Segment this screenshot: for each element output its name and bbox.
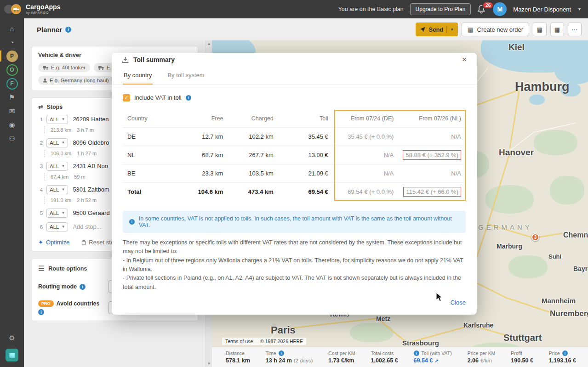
route-stats-bar: Distance 578.1 km Time 13 h 24 m(2 days)… bbox=[212, 347, 588, 367]
copy-document-button[interactable]: ▤ bbox=[533, 23, 547, 36]
cargoapps-logo-icon bbox=[4, 3, 23, 16]
close-button[interactable]: Close bbox=[451, 299, 466, 306]
stop-mode-select[interactable]: ALL▼ bbox=[46, 222, 68, 231]
map-attribution: Terms of use © 1987-2026 HERE bbox=[222, 338, 306, 345]
map-city-label: Chemnitz bbox=[563, 231, 588, 239]
highlighted-value: 58.88 € (+ 352.9 %) bbox=[403, 150, 461, 160]
apps-grid-button[interactable]: ▦ bbox=[6, 349, 18, 361]
pro-badge: PRO bbox=[38, 300, 54, 307]
planner-info-icon[interactable] bbox=[65, 27, 71, 33]
vehicle-driver-title: Vehicle & driver bbox=[38, 52, 81, 58]
map-marker-3[interactable]: 3 bbox=[531, 233, 539, 241]
routing-mode-label: Routing mode bbox=[38, 283, 77, 290]
col-toll: Toll bbox=[278, 110, 333, 128]
camera-icon[interactable]: ◉ bbox=[9, 121, 15, 129]
col-charged: Charged bbox=[228, 110, 278, 128]
create-order-label: Create new order bbox=[477, 26, 523, 33]
copyright-text: © 1987-2026 HERE bbox=[260, 339, 303, 344]
modal-title: Toll summary bbox=[133, 56, 175, 63]
dashboard-icon[interactable]: ◔ bbox=[10, 39, 14, 46]
stop-mode-select[interactable]: ALL▼ bbox=[46, 185, 68, 194]
notifications-button[interactable]: 26 bbox=[477, 5, 486, 14]
vat-info-icon[interactable] bbox=[186, 95, 191, 101]
vehicle-tag[interactable]: E.g. 40t tanker bbox=[38, 63, 90, 72]
stat-time: Time 13 h 24 m(2 days) bbox=[266, 350, 313, 364]
home-icon[interactable]: ⌂ bbox=[10, 25, 14, 33]
stop-mode-select[interactable]: ALL▼ bbox=[46, 209, 68, 218]
workspace-item-f[interactable]: F bbox=[0, 77, 24, 90]
truck-icon bbox=[43, 66, 49, 70]
driver-tag[interactable]: E.g. Germany (long haul) bbox=[38, 76, 113, 85]
chat-icon[interactable]: ✉ bbox=[9, 107, 15, 115]
close-icon[interactable]: × bbox=[462, 55, 467, 64]
map-city-label: Karlsruhe bbox=[463, 322, 493, 329]
include-vat-checkbox[interactable] bbox=[123, 94, 130, 102]
route-options-title: Route options bbox=[48, 265, 87, 272]
map-city-label: Nuremberg bbox=[550, 309, 588, 318]
stop-number: 5 bbox=[38, 210, 43, 216]
workspace-avatar-p: P bbox=[6, 51, 18, 62]
driver-icon bbox=[43, 78, 47, 83]
user-avatar[interactable]: M bbox=[493, 2, 507, 16]
send-button[interactable]: Send ▼ bbox=[416, 23, 458, 36]
scroll-up-icon[interactable]: ▲ bbox=[207, 42, 211, 46]
toll-info-icon[interactable] bbox=[414, 350, 419, 356]
optimize-icon: ✦ bbox=[38, 239, 43, 246]
table-row-be: BE 23.3 km 103.5 km 21.09 € N/A N/A bbox=[123, 164, 466, 182]
highlighted-value: 115.42 € (+ 66.0 %) bbox=[403, 187, 461, 197]
stat-total-costs: Total costs 1,002.65 € bbox=[371, 350, 398, 364]
settings-gear-icon[interactable]: ⚙ bbox=[9, 334, 15, 342]
col-from-0724-de: From 07/24 (DE) bbox=[333, 110, 399, 128]
brand-subtitle: by IMPARGO bbox=[26, 11, 60, 15]
app-logo: CargoApps by IMPARGO bbox=[4, 3, 60, 16]
map-city-label: Marburg bbox=[497, 243, 522, 250]
bookmark-icon[interactable]: ⚑ bbox=[9, 93, 15, 102]
avoid-countries-info-icon[interactable] bbox=[38, 309, 44, 315]
stat-price-per-km: Price per KM 2.06€/km bbox=[468, 350, 496, 364]
contacts-icon[interactable]: ⚇ bbox=[9, 135, 15, 143]
tab-by-toll-system[interactable]: By toll system bbox=[166, 67, 205, 85]
scroll-down-icon[interactable]: ▼ bbox=[207, 361, 211, 366]
user-name: Mazen Der Disponent bbox=[513, 6, 571, 13]
toll-value-link[interactable]: 69.54 €↗ bbox=[414, 357, 452, 364]
expand-icon: ↗ bbox=[434, 358, 438, 363]
workspace-item-o[interactable]: O bbox=[0, 63, 24, 76]
time-info-icon[interactable] bbox=[279, 350, 284, 356]
send-dropdown-chevron-icon[interactable]: ▼ bbox=[450, 28, 454, 32]
map-city-label: Strasbourg bbox=[402, 339, 439, 347]
download-icon[interactable] bbox=[122, 56, 129, 63]
paper-plane-icon bbox=[420, 27, 426, 32]
terms-of-use-link[interactable]: Terms of use bbox=[225, 339, 253, 344]
tab-by-country[interactable]: By country bbox=[123, 67, 153, 85]
stat-distance: Distance 578.1 km bbox=[226, 350, 250, 364]
map-city-label: Stuttgart bbox=[503, 333, 542, 343]
map-city-label: Metz bbox=[376, 315, 390, 322]
map-city-label: Paris bbox=[271, 324, 296, 336]
stop-number: 6 bbox=[38, 224, 43, 230]
stop-mode-select[interactable]: ALL▼ bbox=[46, 115, 68, 124]
stop-number: 4 bbox=[38, 187, 43, 192]
optimize-button[interactable]: ✦ Optimize bbox=[38, 239, 69, 246]
report-chart-button[interactable]: ▦ bbox=[550, 23, 564, 36]
more-options-button[interactable]: ⋯ bbox=[568, 23, 582, 36]
stop-number: 2 bbox=[38, 140, 43, 146]
include-vat-label: Include VAT in toll bbox=[134, 94, 182, 101]
user-menu-chevron-icon[interactable]: ▼ bbox=[577, 7, 582, 11]
price-info-icon[interactable] bbox=[562, 350, 568, 356]
create-new-order-button[interactable]: ▤ Create new order bbox=[462, 23, 529, 36]
col-country: Country bbox=[123, 110, 182, 128]
stop-mode-select[interactable]: ALL▼ bbox=[46, 138, 68, 147]
upgrade-pro-button[interactable]: Upgrade to Pro Plan bbox=[410, 3, 471, 15]
workspace-item-p[interactable]: P bbox=[0, 50, 24, 62]
order-doc-icon: ▤ bbox=[468, 26, 473, 33]
workspace-avatar-o: O bbox=[6, 64, 18, 76]
routing-mode-info-icon[interactable] bbox=[80, 284, 86, 290]
send-label: Send bbox=[429, 26, 444, 33]
map-city-label: Suhl bbox=[548, 253, 561, 260]
col-free: Free bbox=[182, 110, 228, 128]
stop-number: 3 bbox=[38, 164, 43, 169]
trash-icon bbox=[81, 240, 86, 245]
stop-mode-select[interactable]: ALL▼ bbox=[46, 162, 68, 171]
table-row-nl: NL 68.7 km 267.7 km 13.00 € N/A 58.88 € … bbox=[123, 146, 466, 164]
plan-status-text: You are on the Basic plan bbox=[338, 6, 404, 12]
